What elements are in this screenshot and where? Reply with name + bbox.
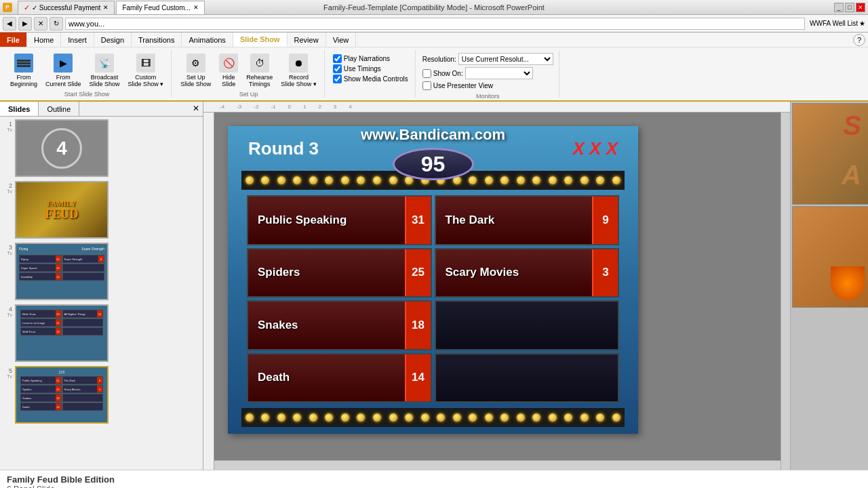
bottom-title: Family Feud Bible Edition — [7, 474, 861, 485]
stop-button[interactable]: ✕ — [34, 17, 47, 30]
refresh-button[interactable]: ↻ — [50, 17, 63, 30]
answer-text-r2: Scary Movies — [436, 266, 593, 279]
answer-cell-r2: Scary Movies 3 — [435, 248, 620, 298]
tab-slides[interactable]: Slides — [0, 102, 39, 116]
score-oval: 95 — [393, 148, 474, 180]
use-timings-label: Use Timings — [344, 65, 381, 73]
hide-slide-button[interactable]: 🚫 Hide Slide — [216, 52, 241, 89]
resolution-select[interactable]: Use Current Resolut... — [458, 53, 553, 65]
show-on-select[interactable] — [465, 67, 533, 79]
light-dot — [596, 176, 604, 184]
ff-slide: www.Bandicam.com Round 3 95 X X X — [228, 126, 638, 434]
ribbon-tab-transitions[interactable]: Transitions — [132, 33, 182, 47]
title-bar: P ✓ ✓ Successful Payment ✕ Family Feud C… — [0, 0, 868, 15]
light-dot — [341, 176, 349, 184]
light-dot — [245, 176, 254, 184]
custom-slideshow-button[interactable]: 🎞 Custom Slide Show ▾ — [125, 52, 167, 89]
presenter-view-checkbox[interactable] — [422, 81, 431, 90]
slide-item-5[interactable]: 5 Tv 215 Public Speaking31 The Dark9 Spi… — [3, 366, 200, 424]
light-dot — [293, 176, 301, 184]
resolution-label: Resolution: — [422, 56, 456, 63]
bottom-subtitle: 6 Panel Slide — [7, 485, 861, 488]
answer-score-3: 18 — [405, 302, 431, 349]
help-button[interactable]: ? — [853, 34, 865, 46]
broadcast-button[interactable]: 📡 Broadcast Slide Show — [86, 52, 123, 89]
right-thumb-2 — [792, 206, 868, 308]
vertical-scrollbar[interactable] — [781, 113, 790, 470]
horizontal-scrollbar[interactable] — [214, 460, 781, 470]
play-narrations-checkbox[interactable] — [333, 54, 342, 63]
slide-thumb-5[interactable]: 215 Public Speaking31 The Dark9 Spiders2… — [15, 366, 108, 424]
from-current-button[interactable]: ▶ From Current Slide — [42, 52, 85, 89]
minimize-button[interactable]: _ — [834, 3, 844, 12]
bookmark-icon: ★ — [859, 20, 865, 27]
ribbon-tab-design[interactable]: Design — [94, 33, 132, 47]
answer-cell-1: Public Speaking 31 — [247, 195, 432, 245]
answer-score-2: 25 — [405, 249, 431, 297]
tab-outline[interactable]: Outline — [39, 102, 79, 116]
show-media-checkbox[interactable] — [333, 75, 342, 83]
light-dot — [277, 176, 285, 184]
ribbon: File Home Insert Design Transitions Anim… — [0, 33, 868, 102]
light-strip-bottom — [241, 408, 625, 427]
maximize-button[interactable]: □ — [845, 3, 854, 12]
answer-score-4: 14 — [405, 354, 431, 402]
right-thumb-1: S A — [792, 103, 868, 205]
play-narrations-label: Play Narrations — [344, 55, 390, 62]
back-button[interactable]: ◀ — [3, 17, 16, 30]
use-timings-checkbox[interactable] — [333, 64, 342, 73]
light-dot — [325, 176, 333, 184]
record-button[interactable]: ⏺ Record Slide Show ▾ — [277, 52, 320, 89]
slide-thumb-2[interactable]: FAMILY FEUD — [15, 181, 108, 239]
ribbon-tab-insert[interactable]: Insert — [61, 33, 94, 47]
slide-thumb-4[interactable]: Bible Trivia33 All Nighter Things12 Leav… — [15, 304, 108, 362]
ribbon-tab-file[interactable]: File — [0, 33, 27, 47]
address-input[interactable] — [65, 18, 805, 30]
answer-text-4: Death — [248, 371, 405, 384]
panel-close-button[interactable]: ✕ — [189, 102, 203, 115]
ribbon-tab-animations[interactable]: Animations — [182, 33, 233, 47]
tab-ppt[interactable]: Family Feud Custom... ✕ — [116, 1, 205, 14]
ribbon-group-start-slideshow: From Beginning ▶ From Current Slide 📡 Br… — [3, 50, 172, 98]
canvas-area: -4-3-2-10 1234 www.Bandicam.com Round 3 … — [203, 102, 790, 470]
setup-show-button[interactable]: ⚙ Set Up Slide Show — [177, 52, 214, 89]
ruler-horizontal: -4-3-2-10 1234 — [203, 102, 790, 113]
forward-button[interactable]: ▶ — [18, 17, 32, 30]
slide-item-2[interactable]: 2 Tv FAMILY FEUD — [3, 181, 200, 239]
light-dot — [580, 176, 589, 184]
presenter-view-label: Use Presenter View — [433, 82, 493, 89]
ribbon-tab-home[interactable]: Home — [27, 33, 61, 47]
show-on-label: Show On: — [433, 70, 463, 77]
round-text: Round 3 — [248, 138, 319, 159]
answer-cell-4: Death 14 — [247, 353, 432, 403]
answer-grid: Public Speaking 31 The Dark 9 Spiders 25… — [244, 192, 622, 405]
close-button[interactable]: ✕ — [856, 3, 865, 12]
answer-text-2: Spiders — [248, 266, 405, 279]
answer-cell-r4 — [435, 353, 620, 403]
slide-thumb-3[interactable]: Flying Super Strength Flying25 Super Str… — [15, 243, 108, 300]
answer-cell-r1: The Dark 9 — [435, 195, 620, 245]
show-on-checkbox[interactable] — [422, 69, 431, 78]
tab-payment[interactable]: ✓ ✓ Successful Payment ✕ — [18, 1, 115, 14]
ribbon-tab-review[interactable]: Review — [288, 33, 326, 47]
ribbon-group-setup: ⚙ Set Up Slide Show 🚫 Hide Slide ⏱ Rehea… — [173, 50, 325, 98]
ribbon-tab-slideshow[interactable]: Slide Show — [233, 33, 288, 47]
answer-cell-r3 — [435, 300, 620, 350]
answer-score-1: 31 — [405, 197, 431, 244]
from-beginning-button[interactable]: From Beginning — [7, 52, 41, 89]
answer-score-r1: 9 — [592, 197, 618, 244]
light-dot — [532, 176, 540, 184]
slide-item-1[interactable]: 1 Tv 4 — [3, 119, 200, 177]
slide-item-3[interactable]: 3 Tv Flying Super Strength Flying25 Supe… — [3, 243, 200, 300]
answer-cell-3: Snakes 18 — [247, 300, 432, 350]
rehearse-button[interactable]: ⏱ Rehearse Timings — [243, 52, 276, 89]
light-dot — [612, 176, 620, 184]
light-dot — [517, 176, 525, 184]
light-dot — [564, 176, 572, 184]
light-dot — [373, 176, 381, 184]
slide-item-4[interactable]: 4 Tv Bible Trivia33 All Nighter Things12… — [3, 304, 200, 362]
ribbon-tab-view[interactable]: View — [326, 33, 357, 47]
slide-panel: Slides Outline ✕ 1 Tv 4 2 — [0, 102, 203, 470]
slide-thumb-1[interactable]: 4 — [15, 119, 108, 177]
light-dot — [357, 176, 365, 184]
